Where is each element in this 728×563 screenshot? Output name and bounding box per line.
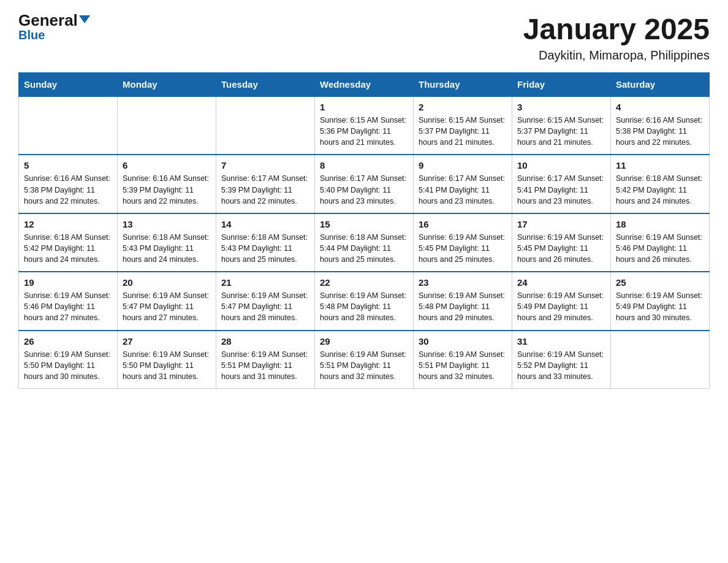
day-number: 22: [320, 277, 408, 288]
day-info: Sunrise: 6:17 AM Sunset: 5:41 PM Dayligh…: [517, 173, 605, 206]
header-day-monday: Monday: [118, 73, 216, 97]
day-cell: 15Sunrise: 6:18 AM Sunset: 5:44 PM Dayli…: [315, 213, 414, 272]
day-number: 6: [123, 160, 211, 170]
day-number: 30: [419, 336, 507, 347]
title-area: January 2025 Daykitin, Mimaropa, Philipp…: [523, 12, 710, 63]
day-cell: 24Sunrise: 6:19 AM Sunset: 5:49 PM Dayli…: [512, 272, 611, 330]
day-cell: [118, 96, 216, 155]
day-number: 2: [419, 102, 507, 112]
day-cell: 3Sunrise: 6:15 AM Sunset: 5:37 PM Daylig…: [512, 96, 611, 155]
day-number: 21: [221, 277, 309, 288]
calendar-header: SundayMondayTuesdayWednesdayThursdayFrid…: [19, 73, 710, 97]
logo-blue: Blue: [18, 28, 45, 42]
week-row-4: 19Sunrise: 6:19 AM Sunset: 5:46 PM Dayli…: [19, 272, 710, 330]
day-cell: 25Sunrise: 6:19 AM Sunset: 5:49 PM Dayli…: [611, 272, 710, 330]
day-number: 26: [24, 336, 112, 347]
day-number: 8: [320, 160, 408, 170]
day-info: Sunrise: 6:17 AM Sunset: 5:39 PM Dayligh…: [221, 173, 309, 206]
day-info: Sunrise: 6:19 AM Sunset: 5:51 PM Dayligh…: [221, 349, 309, 382]
day-number: 27: [123, 336, 211, 347]
day-number: 18: [616, 219, 704, 229]
day-info: Sunrise: 6:18 AM Sunset: 5:43 PM Dayligh…: [123, 232, 211, 265]
day-cell: 28Sunrise: 6:19 AM Sunset: 5:51 PM Dayli…: [216, 331, 315, 389]
day-number: 9: [419, 160, 507, 170]
day-info: Sunrise: 6:19 AM Sunset: 5:51 PM Dayligh…: [320, 349, 408, 382]
day-number: 31: [517, 336, 605, 347]
week-row-1: 1Sunrise: 6:15 AM Sunset: 5:36 PM Daylig…: [19, 96, 710, 155]
header-day-tuesday: Tuesday: [216, 73, 315, 97]
day-number: 28: [221, 336, 309, 347]
day-number: 4: [616, 102, 704, 112]
day-cell: 23Sunrise: 6:19 AM Sunset: 5:48 PM Dayli…: [414, 272, 512, 330]
day-cell: 16Sunrise: 6:19 AM Sunset: 5:45 PM Dayli…: [414, 213, 512, 272]
day-info: Sunrise: 6:18 AM Sunset: 5:44 PM Dayligh…: [320, 232, 408, 265]
day-cell: 7Sunrise: 6:17 AM Sunset: 5:39 PM Daylig…: [216, 155, 315, 213]
day-cell: 21Sunrise: 6:19 AM Sunset: 5:47 PM Dayli…: [216, 272, 315, 330]
day-info: Sunrise: 6:16 AM Sunset: 5:38 PM Dayligh…: [616, 115, 704, 148]
logo: General Blue: [18, 12, 90, 42]
day-cell: 13Sunrise: 6:18 AM Sunset: 5:43 PM Dayli…: [118, 213, 216, 272]
day-info: Sunrise: 6:19 AM Sunset: 5:46 PM Dayligh…: [24, 290, 112, 323]
day-info: Sunrise: 6:19 AM Sunset: 5:49 PM Dayligh…: [517, 290, 605, 323]
day-info: Sunrise: 6:19 AM Sunset: 5:48 PM Dayligh…: [419, 290, 507, 323]
week-row-5: 26Sunrise: 6:19 AM Sunset: 5:50 PM Dayli…: [19, 331, 710, 389]
header-day-wednesday: Wednesday: [315, 73, 414, 97]
day-number: 11: [616, 160, 704, 170]
calendar-table: SundayMondayTuesdayWednesdayThursdayFrid…: [18, 72, 710, 389]
day-info: Sunrise: 6:19 AM Sunset: 5:45 PM Dayligh…: [419, 232, 507, 265]
day-number: 29: [320, 336, 408, 347]
day-info: Sunrise: 6:19 AM Sunset: 5:50 PM Dayligh…: [123, 349, 211, 382]
day-info: Sunrise: 6:19 AM Sunset: 5:46 PM Dayligh…: [616, 232, 704, 265]
day-number: 10: [517, 160, 605, 170]
day-cell: 14Sunrise: 6:18 AM Sunset: 5:43 PM Dayli…: [216, 213, 315, 272]
day-number: 13: [123, 219, 211, 229]
day-cell: [216, 96, 315, 155]
day-info: Sunrise: 6:15 AM Sunset: 5:37 PM Dayligh…: [517, 115, 605, 148]
day-cell: 4Sunrise: 6:16 AM Sunset: 5:38 PM Daylig…: [611, 96, 710, 155]
calendar-body: 1Sunrise: 6:15 AM Sunset: 5:36 PM Daylig…: [19, 96, 710, 388]
logo-general: General: [18, 12, 90, 28]
day-info: Sunrise: 6:16 AM Sunset: 5:39 PM Dayligh…: [123, 173, 211, 206]
day-cell: 22Sunrise: 6:19 AM Sunset: 5:48 PM Dayli…: [315, 272, 414, 330]
day-number: 23: [419, 277, 507, 288]
day-info: Sunrise: 6:15 AM Sunset: 5:37 PM Dayligh…: [419, 115, 507, 148]
day-info: Sunrise: 6:19 AM Sunset: 5:45 PM Dayligh…: [517, 232, 605, 265]
day-number: 19: [24, 277, 112, 288]
header-day-saturday: Saturday: [611, 73, 710, 97]
day-cell: [611, 331, 710, 389]
day-info: Sunrise: 6:19 AM Sunset: 5:47 PM Dayligh…: [123, 290, 211, 323]
day-cell: 17Sunrise: 6:19 AM Sunset: 5:45 PM Dayli…: [512, 213, 611, 272]
calendar-subtitle: Daykitin, Mimaropa, Philippines: [523, 48, 710, 63]
day-cell: [19, 96, 118, 155]
day-info: Sunrise: 6:17 AM Sunset: 5:41 PM Dayligh…: [419, 173, 507, 206]
day-info: Sunrise: 6:18 AM Sunset: 5:42 PM Dayligh…: [24, 232, 112, 265]
day-info: Sunrise: 6:18 AM Sunset: 5:43 PM Dayligh…: [221, 232, 309, 265]
day-cell: 27Sunrise: 6:19 AM Sunset: 5:50 PM Dayli…: [118, 331, 216, 389]
day-info: Sunrise: 6:15 AM Sunset: 5:36 PM Dayligh…: [320, 115, 408, 148]
day-number: 16: [419, 219, 507, 229]
day-number: 1: [320, 102, 408, 112]
day-number: 15: [320, 219, 408, 229]
day-info: Sunrise: 6:19 AM Sunset: 5:50 PM Dayligh…: [24, 349, 112, 382]
day-number: 7: [221, 160, 309, 170]
day-cell: 11Sunrise: 6:18 AM Sunset: 5:42 PM Dayli…: [611, 155, 710, 213]
day-cell: 18Sunrise: 6:19 AM Sunset: 5:46 PM Dayli…: [611, 213, 710, 272]
day-number: 5: [24, 160, 112, 170]
day-number: 25: [616, 277, 704, 288]
day-cell: 26Sunrise: 6:19 AM Sunset: 5:50 PM Dayli…: [19, 331, 118, 389]
day-cell: 19Sunrise: 6:19 AM Sunset: 5:46 PM Dayli…: [19, 272, 118, 330]
day-cell: 10Sunrise: 6:17 AM Sunset: 5:41 PM Dayli…: [512, 155, 611, 213]
day-cell: 12Sunrise: 6:18 AM Sunset: 5:42 PM Dayli…: [19, 213, 118, 272]
logo-triangle-icon: [79, 15, 90, 23]
day-cell: 31Sunrise: 6:19 AM Sunset: 5:52 PM Dayli…: [512, 331, 611, 389]
page-header: General Blue January 2025 Daykitin, Mima…: [18, 12, 710, 63]
day-number: 17: [517, 219, 605, 229]
day-info: Sunrise: 6:16 AM Sunset: 5:38 PM Dayligh…: [24, 173, 112, 206]
header-day-sunday: Sunday: [19, 73, 118, 97]
day-cell: 8Sunrise: 6:17 AM Sunset: 5:40 PM Daylig…: [315, 155, 414, 213]
day-number: 24: [517, 277, 605, 288]
day-info: Sunrise: 6:18 AM Sunset: 5:42 PM Dayligh…: [616, 173, 704, 206]
day-cell: 5Sunrise: 6:16 AM Sunset: 5:38 PM Daylig…: [19, 155, 118, 213]
day-number: 12: [24, 219, 112, 229]
day-cell: 6Sunrise: 6:16 AM Sunset: 5:39 PM Daylig…: [118, 155, 216, 213]
